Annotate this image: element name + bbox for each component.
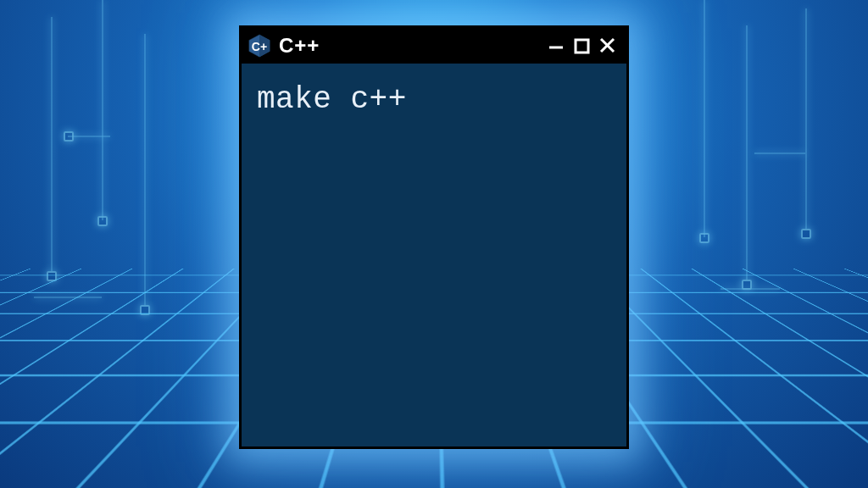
titlebar[interactable]: C+ C++ — [242, 28, 626, 64]
terminal-window: C+ C++ make c++ — [239, 25, 629, 449]
maximize-button[interactable] — [572, 36, 593, 56]
window-controls — [547, 36, 618, 56]
cpp-logo-icon: C+ — [247, 33, 272, 58]
minimize-button[interactable] — [547, 36, 567, 56]
svg-rect-4 — [576, 40, 588, 53]
terminal-body[interactable]: make c++ — [242, 64, 626, 137]
close-button[interactable] — [598, 36, 618, 56]
svg-text:C+: C+ — [252, 40, 267, 53]
window-title: C++ — [279, 34, 540, 58]
terminal-line: make c++ — [257, 80, 611, 120]
